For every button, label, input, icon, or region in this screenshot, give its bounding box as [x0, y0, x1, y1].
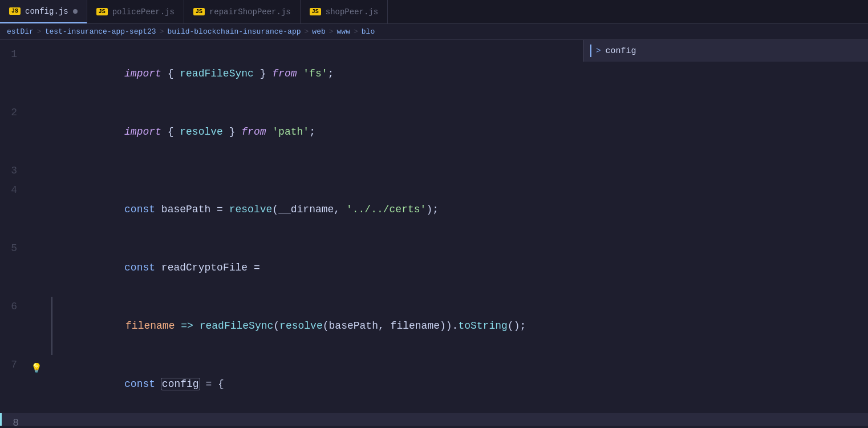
table-row: 3: [0, 161, 868, 180]
breadcrumb-item-4[interactable]: www: [337, 27, 350, 36]
line-number-5: 5: [0, 239, 29, 258]
punctuation: ;: [309, 126, 315, 138]
js-badge-repairShopPeer: JS: [193, 8, 205, 15]
table-row: 7 💡 const config = {: [0, 355, 868, 413]
keyword-import-2: import: [124, 126, 161, 138]
table-row: 8 isCloud: true,: [0, 413, 868, 426]
keyword-const-4: const: [124, 204, 155, 215]
line-number-8: 8: [2, 413, 30, 426]
table-row: 4 const basePath = resolve(__dirname, '.…: [0, 180, 868, 239]
punctuation: }: [223, 126, 241, 138]
line-content-6: filename => readFileSync(resolve(basePat…: [51, 297, 868, 355]
punctuation: ,: [378, 320, 391, 332]
line-content-5: const readCryptoFile =: [29, 239, 868, 297]
var-basePath-6: basePath: [329, 320, 378, 332]
tab-repairShopPeer-label: repairShopPeer.js: [209, 7, 291, 17]
tab-policePeer[interactable]: JS policePeer.js: [87, 0, 184, 23]
punctuation: [155, 378, 161, 390]
punctuation: [297, 68, 303, 79]
breadcrumb-item-1[interactable]: test-insurance-app-sept23: [45, 27, 156, 36]
breadcrumb-sep-1: >: [160, 27, 164, 36]
code-editor[interactable]: 1 import { readFileSync } from 'fs'; 2 i…: [0, 40, 868, 426]
js-badge-config: JS: [9, 7, 21, 15]
chevron-right-icon: >: [596, 46, 601, 55]
line-content-3: [29, 161, 868, 180]
line-content-4: const basePath = resolve(__dirname, '../…: [29, 180, 868, 239]
var-config: config: [161, 378, 200, 390]
param-filename: filename: [125, 320, 175, 332]
line-content-8: isCloud: true,: [30, 413, 868, 426]
fn-readFileSync-6: readFileSync: [200, 320, 274, 332]
punctuation: {: [161, 68, 180, 79]
punctuation: [193, 320, 200, 332]
var-dirname: __dirname: [278, 204, 334, 215]
fn-readFileSync: readFileSync: [180, 68, 254, 79]
line-number-4: 4: [0, 180, 29, 200]
keyword-from-2: from: [241, 126, 266, 138]
punctuation: ;: [328, 68, 334, 79]
punctuation: [155, 204, 161, 215]
punctuation: );: [426, 204, 439, 215]
punctuation: {: [161, 126, 180, 138]
punctuation: =: [210, 204, 229, 215]
table-row: 2 import { resolve } from 'path';: [0, 103, 868, 161]
string-fs: 'fs': [303, 68, 327, 79]
line-number-1: 1: [0, 45, 29, 64]
breadcrumb-sep-0: >: [37, 27, 42, 36]
fn-resolve-6: resolve: [279, 320, 323, 332]
js-badge-policePeer: JS: [96, 8, 108, 15]
string-path: 'path': [272, 126, 309, 138]
outline-panel: > config: [583, 40, 868, 62]
keyword-const-5: const: [124, 262, 155, 273]
line-number-6: 6: [0, 297, 29, 316]
breadcrumb-item-5[interactable]: blo: [362, 27, 375, 36]
code-lines: 1 import { readFileSync } from 'fs'; 2 i…: [0, 40, 868, 426]
tab-policePeer-label: policePeer.js: [112, 7, 175, 17]
fn-toString: toString: [458, 320, 507, 332]
punctuation: ();: [508, 320, 526, 332]
tab-config-label: config.js: [25, 7, 68, 16]
outline-title: config: [605, 46, 636, 56]
punctuation: )).: [440, 320, 458, 332]
breadcrumb-item-0[interactable]: estDir: [7, 27, 34, 36]
line-content-2: import { resolve } from 'path';: [29, 103, 868, 161]
breadcrumb-sep-3: >: [329, 27, 334, 36]
breadcrumb-item-2[interactable]: build-blockchain-insurance-app: [167, 27, 301, 36]
punctuation: ,: [334, 204, 346, 215]
js-badge-shopPeer: JS: [310, 8, 321, 15]
breadcrumb: estDir > test-insurance-app-sept23 > bui…: [0, 24, 868, 40]
line-number-2: 2: [0, 103, 29, 122]
tab-repairShopPeer[interactable]: JS repairShopPeer.js: [184, 0, 301, 23]
line-number-7: 7: [0, 355, 29, 374]
punctuation: = {: [200, 378, 224, 390]
string-certs: '../../certs': [346, 204, 426, 215]
punctuation: [155, 262, 161, 273]
keyword-const-7: const: [124, 378, 155, 390]
tab-modified-dot: [73, 9, 78, 14]
fn-resolve: resolve: [180, 126, 223, 138]
var-readCryptoFile: readCryptoFile: [161, 262, 248, 273]
tab-shopPeer-label: shopPeer.js: [326, 7, 378, 17]
outline-cursor: [590, 45, 591, 57]
punctuation: (: [273, 320, 279, 332]
breadcrumb-item-3[interactable]: web: [312, 27, 325, 36]
breadcrumb-sep-2: >: [305, 27, 309, 36]
lightbulb-icon[interactable]: 💡: [31, 359, 42, 378]
arrow: =>: [175, 320, 193, 332]
main-area: 1 import { readFileSync } from 'fs'; 2 i…: [0, 40, 868, 426]
keyword-import-1: import: [124, 68, 161, 79]
fn-resolve-4: resolve: [229, 204, 273, 215]
var-filename-6: filename: [391, 320, 440, 332]
punctuation: (: [323, 320, 329, 332]
punctuation: =: [248, 262, 260, 273]
table-row: 5 const readCryptoFile =: [0, 239, 868, 297]
line-number-3: 3: [0, 161, 29, 180]
punctuation: }: [254, 68, 272, 79]
line-content-7: const config = {: [29, 355, 868, 413]
tab-shopPeer[interactable]: JS shopPeer.js: [301, 0, 388, 23]
punctuation: (: [272, 204, 278, 215]
table-row: 6 filename => readFileSync(resolve(baseP…: [0, 297, 868, 355]
keyword-from-1: from: [272, 68, 297, 79]
tab-config[interactable]: JS config.js: [0, 0, 87, 23]
var-basePath: basePath: [161, 204, 210, 215]
